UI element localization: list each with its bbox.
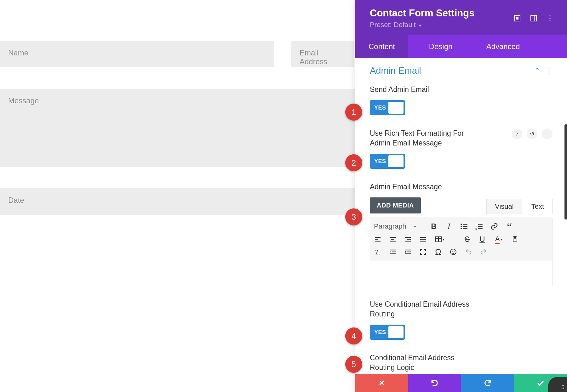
strikethrough-icon[interactable]: S	[463, 235, 472, 244]
toggle-knob	[388, 102, 404, 114]
collapse-icon[interactable]: ⌃	[534, 67, 540, 75]
reset-icon[interactable]: ↺	[527, 128, 537, 139]
date-field[interactable]: Date	[0, 188, 355, 215]
paragraph-dropdown[interactable]: Paragraph ▾	[373, 222, 423, 231]
indent-icon[interactable]	[404, 247, 412, 256]
link-icon[interactable]	[490, 222, 499, 231]
numbered-list-icon[interactable]: 123	[475, 222, 484, 231]
message-placeholder: Message	[8, 96, 39, 105]
scrollbar-thumb[interactable]	[564, 124, 567, 219]
setting-email-message: Admin Email Message ADD MEDIA Visual Tex…	[370, 182, 553, 286]
cancel-button[interactable]	[355, 374, 408, 392]
panel-tabs: Content Design Advanced	[355, 35, 567, 58]
align-right-icon[interactable]	[404, 235, 412, 244]
setting-kebab-icon[interactable]: ⋮	[542, 128, 553, 139]
redo-icon[interactable]	[479, 247, 488, 256]
undo-icon[interactable]	[464, 247, 473, 256]
setting-routing-logic: Conditional Email Address Routing Logic	[370, 353, 553, 372]
toggle-rich-text[interactable]: YES	[370, 154, 405, 169]
setting-mini-icons: ? ↺ ⋮	[512, 128, 553, 139]
setting-label: Use Rich Text Formatting For Admin Email…	[370, 128, 474, 148]
section-kebab-icon[interactable]: ⋮	[546, 67, 553, 75]
preset-label: Preset: Default	[370, 21, 416, 29]
editor-textarea[interactable]	[370, 261, 553, 286]
kebab-icon[interactable]: ⋮	[546, 14, 554, 22]
section-title: Admin Email	[370, 65, 421, 76]
panel-body: Admin Email ⌃ ⋮ Send Admin Email YES Use…	[355, 58, 567, 374]
setting-conditional-routing: Use Conditional Email Address Routing YE…	[370, 299, 553, 340]
tab-content[interactable]: Content	[355, 35, 408, 58]
toggle-yes-label: YES	[374, 329, 386, 336]
toggle-knob	[388, 155, 404, 167]
bold-icon[interactable]: B	[429, 222, 438, 231]
svg-rect-2	[531, 15, 536, 21]
toggle-send-admin-email[interactable]: YES	[370, 100, 405, 115]
fullscreen-icon[interactable]	[419, 247, 427, 256]
undo-icon	[431, 379, 439, 387]
chevron-down-icon: ▾	[414, 224, 416, 229]
undo-button[interactable]	[408, 374, 461, 392]
svg-text:3: 3	[475, 228, 477, 230]
editor-tab-visual[interactable]: Visual	[486, 199, 522, 214]
underline-icon[interactable]: U	[478, 235, 487, 244]
svg-point-6	[461, 228, 462, 229]
redo-button[interactable]	[461, 374, 514, 392]
toggle-conditional-routing[interactable]: YES	[370, 325, 405, 340]
redo-icon	[484, 379, 492, 387]
editor-toolbar: Paragraph ▾ B I 123 “	[370, 217, 553, 261]
svg-rect-32	[514, 236, 516, 237]
panel-header: Contact Form Settings Preset: Default ▾ …	[355, 0, 567, 35]
table-icon[interactable]: ▾	[434, 235, 445, 244]
add-media-button[interactable]: ADD MEDIA	[370, 197, 421, 213]
bullet-list-icon[interactable]	[460, 222, 468, 231]
setting-label: Conditional Email Address Routing Logic	[370, 353, 467, 372]
svg-point-42	[454, 251, 455, 252]
setting-label: Send Admin Email	[370, 85, 553, 94]
tab-advanced[interactable]: Advanced	[473, 35, 533, 58]
special-char-icon[interactable]: Ω	[434, 247, 443, 256]
paste-text-icon[interactable]: T	[511, 235, 519, 244]
email-field[interactable]: Email Address	[291, 41, 354, 67]
date-placeholder: Date	[8, 196, 24, 205]
chevron-down-icon: ▾	[419, 23, 421, 28]
emoji-icon[interactable]	[449, 247, 458, 256]
clear-format-icon[interactable]: Tₓ	[373, 247, 382, 256]
callout-4: 4	[345, 327, 362, 344]
name-placeholder: Name	[8, 48, 28, 57]
email-placeholder: Email Address	[300, 48, 346, 66]
align-justify-icon[interactable]	[419, 235, 427, 244]
paragraph-label: Paragraph	[374, 222, 406, 230]
italic-icon[interactable]: I	[444, 222, 453, 231]
expand-icon[interactable]	[513, 14, 521, 22]
close-icon	[378, 379, 385, 386]
corner-badge: 5	[548, 377, 567, 392]
outdent-icon[interactable]	[388, 247, 397, 256]
text-color-icon[interactable]: A▾	[493, 235, 504, 244]
snap-right-icon[interactable]	[530, 14, 537, 22]
page-preview: Name Email Address Message Date	[0, 0, 355, 392]
svg-point-41	[452, 251, 453, 252]
name-field[interactable]: Name	[0, 41, 274, 67]
section-header[interactable]: Admin Email ⌃ ⋮	[370, 65, 553, 76]
quote-icon[interactable]: “	[505, 222, 514, 231]
svg-point-40	[450, 249, 456, 255]
help-icon[interactable]: ?	[512, 128, 522, 139]
svg-rect-1	[516, 17, 518, 20]
setting-send-admin-email: Send Admin Email YES	[370, 85, 553, 115]
preset-dropdown[interactable]: Preset: Default ▾	[370, 21, 474, 29]
panel-footer	[355, 374, 567, 392]
align-center-icon[interactable]	[388, 235, 397, 244]
settings-panel: Contact Form Settings Preset: Default ▾ …	[355, 0, 567, 392]
setting-label: Admin Email Message	[370, 182, 553, 192]
tab-design[interactable]: Design	[408, 35, 473, 58]
section-admin-email: Admin Email ⌃ ⋮ Send Admin Email YES Use…	[355, 65, 567, 372]
align-left-icon[interactable]	[373, 235, 382, 244]
header-icon-group: ⋮	[513, 14, 554, 22]
toggle-yes-label: YES	[374, 158, 386, 165]
toggle-knob	[388, 326, 404, 338]
editor-tab-text[interactable]: Text	[523, 199, 553, 214]
setting-rich-text: Use Rich Text Formatting For Admin Email…	[370, 128, 553, 169]
message-field[interactable]: Message	[0, 89, 355, 167]
toggle-yes-label: YES	[374, 105, 386, 111]
svg-text:T: T	[514, 238, 516, 241]
